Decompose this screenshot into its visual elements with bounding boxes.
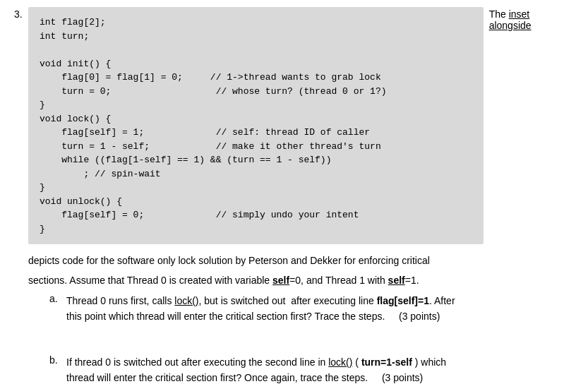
flag-self-bold: flag[self]=1	[377, 295, 429, 306]
self-0-label: self	[272, 275, 289, 286]
sub-question-b: b. If thread 0 is switched out after exe…	[49, 354, 574, 384]
inset-label: The inset alongside	[489, 7, 574, 31]
question-number: 3.	[14, 7, 28, 20]
lock-underline-a: lock()	[174, 295, 198, 306]
inset-text-static: The inset alongside	[489, 8, 532, 31]
sub-a-letter: a.	[49, 293, 66, 304]
turn-self-bold: turn=1-self	[361, 356, 412, 368]
self-1-label: self	[388, 275, 405, 286]
code-content: int flag[2]; int turn; void init() { fla…	[40, 16, 472, 236]
body-text-1: depicts code for the software only lock …	[28, 253, 574, 268]
sub-b-points: (3 points)	[376, 372, 423, 383]
sub-b-letter: b.	[49, 354, 66, 366]
sub-b-text: If thread 0 is switched out after execut…	[66, 354, 574, 384]
code-block: int flag[2]; int turn; void init() { fla…	[28, 7, 484, 244]
sub-question-a: a. Thread 0 runs first, calls lock(), bu…	[49, 293, 574, 325]
sub-a-text: Thread 0 runs first, calls lock(), but i…	[66, 293, 574, 325]
sub-a-points: (3 points)	[393, 311, 440, 322]
lock-underline-b: lock()	[328, 356, 352, 368]
inset-underline: inset alongside	[489, 8, 532, 31]
body-text-2: sections. Assume that Thread 0 is create…	[28, 272, 574, 288]
